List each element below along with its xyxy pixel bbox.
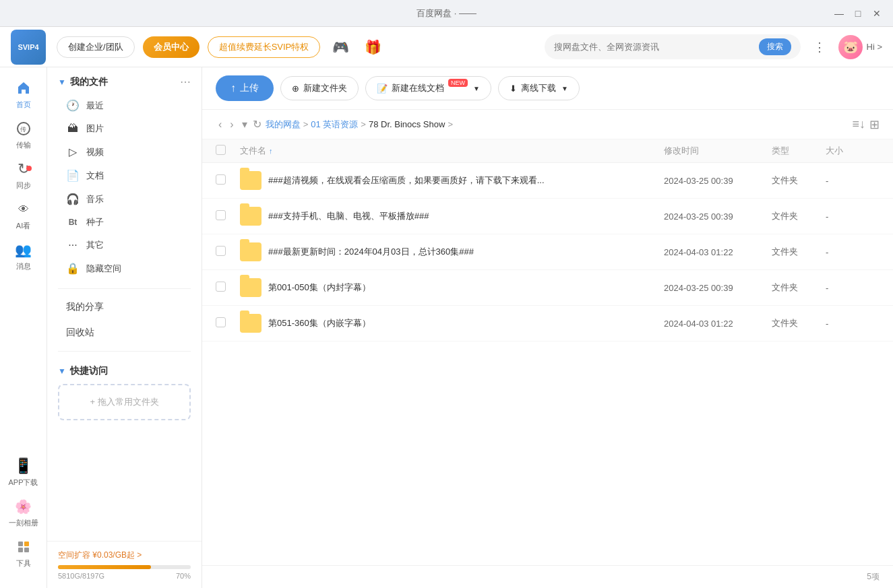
vip-center-button[interactable]: 会员中心 — [143, 36, 199, 58]
file-name-5: 第051-360集（内嵌字幕） — [268, 317, 664, 329]
recycle-link[interactable]: 回收站 — [47, 320, 202, 346]
main-content: ↑ 上传 ⊕ 新建文件夹 📝 新建在线文档 NEW ▼ ⬇ 离线下载 ▼ — [202, 67, 893, 588]
breadcrumb: ‹ › ▾ ↻ 我的网盘 > 01 英语资源 > 78 Dr. Binocs S… — [202, 110, 893, 139]
sidebar-item-docs[interactable]: 📄 文档 — [58, 164, 191, 187]
search-input[interactable] — [554, 42, 753, 52]
row-check-4[interactable] — [216, 282, 240, 294]
music-icon: 🎧 — [66, 193, 80, 205]
list-view-button[interactable]: ≡↓ — [852, 117, 865, 132]
folder-icon-2 — [240, 205, 261, 227]
storage-title[interactable]: 空间扩容 ¥0.03/GB起 > — [58, 550, 191, 561]
table-row[interactable]: ###最新更新时间：2024年04月03日，总计360集### 2024-04-… — [202, 234, 893, 270]
sidebar-divider-1 — [58, 288, 191, 289]
sidebar-item-hidden[interactable]: 🔒 隐藏空间 — [58, 257, 191, 280]
my-share-link[interactable]: 我的分享 — [47, 294, 202, 320]
body: 首页 传 传输 ↻ 同步 👁 AI看 👥 — [0, 67, 893, 588]
nav-label-app-download: APP下载 — [8, 478, 38, 488]
breadcrumb-sep-3: > — [448, 119, 453, 129]
game-icon-button[interactable]: 🎮 — [328, 35, 352, 59]
row-check-1[interactable] — [216, 174, 240, 187]
file-name-2: ###支持手机、电脑、电视、平板播放### — [268, 210, 664, 222]
nav-label-transfer: 传输 — [16, 140, 31, 150]
gift-icon-button[interactable]: 🎁 — [361, 35, 385, 59]
breadcrumb-english[interactable]: 01 英语资源 — [311, 119, 358, 131]
header-size[interactable]: 大小 — [826, 145, 880, 157]
photo-icon: 🌸 — [14, 497, 33, 516]
file-name-4: 第001-050集（内封字幕） — [268, 282, 664, 294]
column-date-label: 修改时间 — [664, 145, 699, 156]
file-size-5: - — [826, 319, 880, 329]
new-doc-button[interactable]: 📝 新建在线文档 NEW ▼ — [365, 76, 491, 100]
folder-icon-4 — [240, 277, 261, 298]
svip-button[interactable]: 超值续费延长SVIP特权 — [208, 36, 321, 58]
new-folder-button[interactable]: ⊕ 新建文件夹 — [280, 76, 359, 100]
nav-item-home[interactable]: 首页 — [3, 75, 44, 113]
home-icon — [14, 79, 33, 98]
file-name-1: ###超清视频，在线观看会压缩画质，如果要画质好，请下载下来观看... — [268, 174, 664, 187]
row-check-5[interactable] — [216, 317, 240, 329]
file-list: 文件名 ↑ 修改时间 类型 大小 — [202, 139, 893, 565]
quick-access-title: 快捷访问 — [70, 365, 108, 377]
header-check[interactable] — [216, 145, 240, 157]
nav-item-app-download[interactable]: 📱 APP下载 — [3, 453, 44, 491]
row-check-3[interactable] — [216, 246, 240, 258]
sidebar-item-video[interactable]: ▷ 视频 — [58, 140, 191, 164]
sidebar-item-images[interactable]: 🏔 图片 — [58, 117, 191, 140]
breadcrumb-my-disk[interactable]: 我的网盘 — [266, 119, 301, 131]
file-footer: 5项 — [202, 565, 893, 588]
file-size-2: - — [826, 211, 880, 222]
nav-item-message[interactable]: 👥 消息 — [3, 237, 44, 275]
transfer-icon: 传 — [14, 119, 33, 138]
forward-button[interactable]: › — [227, 117, 236, 132]
offline-icon: ⬇ — [510, 84, 517, 94]
more-options-button[interactable]: ⋮ — [809, 36, 830, 58]
search-button[interactable]: 搜索 — [759, 38, 791, 55]
upload-button[interactable]: ↑ 上传 — [216, 75, 274, 101]
back-button[interactable]: ‹ — [216, 117, 224, 132]
upload-icon: ↑ — [230, 82, 236, 94]
header-date[interactable]: 修改时间 — [664, 145, 772, 157]
breadcrumb-path: 我的网盘 > 01 英语资源 > 78 Dr. Binocs Show > — [266, 119, 849, 131]
table-row[interactable]: ###支持手机、电脑、电视、平板播放### 2024-03-25 00:39 文… — [202, 199, 893, 234]
new-doc-label: 新建在线文档 — [392, 82, 444, 94]
nav-item-photo[interactable]: 🌸 一刻相册 — [3, 494, 44, 531]
file-list-header: 文件名 ↑ 修改时间 类型 大小 — [202, 139, 893, 163]
storage-info: 5810G/8197G 70% — [58, 572, 191, 580]
offline-download-button[interactable]: ⬇ 离线下载 ▼ — [498, 76, 580, 100]
dropdown-nav-button[interactable]: ▾ — [239, 117, 250, 132]
refresh-button[interactable]: ↻ — [253, 118, 261, 131]
header-name[interactable]: 文件名 ↑ — [240, 145, 664, 157]
sidebar-item-recent[interactable]: 🕐 最近 — [58, 94, 191, 117]
nav-item-transfer[interactable]: 传 传输 — [3, 116, 44, 154]
table-row[interactable]: ###超清视频，在线观看会压缩画质，如果要画质好，请下载下来观看... 2024… — [202, 163, 893, 199]
svg-rect-2 — [18, 542, 23, 546]
folder-icon-3 — [240, 241, 261, 263]
nav-item-sync[interactable]: ↻ 同步 — [3, 156, 44, 194]
nav-label-sync: 同步 — [16, 181, 31, 191]
row-check-2[interactable] — [216, 210, 240, 222]
table-row[interactable]: 第051-360集（内嵌字幕） 2024-04-03 01:22 文件夹 - — [202, 306, 893, 341]
my-files-more-button[interactable]: ⋯ — [180, 75, 191, 88]
sidebar-item-other[interactable]: ··· 其它 — [58, 234, 191, 257]
nav-item-ai[interactable]: 👁 AI看 — [3, 197, 44, 234]
header-type[interactable]: 类型 — [772, 145, 826, 157]
maximize-button[interactable]: □ — [853, 8, 863, 19]
storage-used: 5810G/8197G — [58, 572, 104, 580]
select-all-checkbox[interactable] — [216, 145, 226, 155]
quick-access-drop-zone[interactable]: + 拖入常用文件夹 — [58, 384, 191, 420]
close-button[interactable]: ✕ — [871, 8, 882, 19]
nav-item-tools[interactable]: 下具 — [3, 534, 44, 572]
svg-rect-3 — [24, 542, 29, 546]
breadcrumb-sep-1: > — [303, 119, 309, 129]
file-date-2: 2024-03-25 00:39 — [664, 211, 772, 222]
create-team-button[interactable]: 创建企业/团队 — [57, 36, 135, 58]
file-type-2: 文件夹 — [772, 210, 826, 222]
table-row[interactable]: 第001-050集（内封字幕） 2024-03-25 00:39 文件夹 - — [202, 270, 893, 306]
sidebar-item-recent-label: 最近 — [86, 100, 104, 112]
grid-view-button[interactable]: ⊞ — [869, 117, 880, 132]
avatar-area[interactable]: 🐷 Hi > — [838, 35, 882, 59]
sidebar-item-music[interactable]: 🎧 音乐 — [58, 187, 191, 211]
sidebar-item-bt[interactable]: Bt 种子 — [58, 211, 191, 234]
minimize-button[interactable]: — — [834, 8, 844, 19]
logo: SVIP4 — [11, 30, 46, 65]
